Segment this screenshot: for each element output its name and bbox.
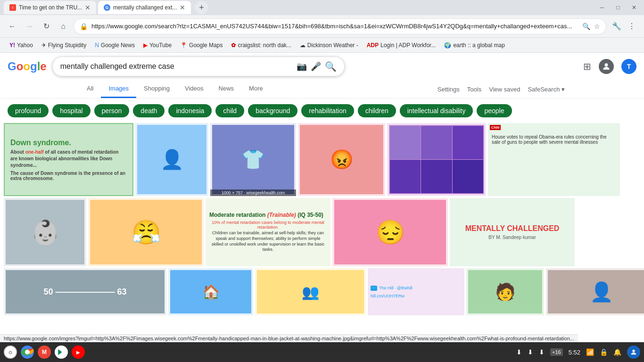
settings-link[interactable]: Settings	[438, 86, 460, 93]
tab1-close[interactable]: ✕	[85, 4, 91, 11]
chip-child[interactable]: child	[215, 104, 244, 117]
image-1[interactable]: Down syndrome. About one-half of all cas…	[4, 123, 133, 196]
craigslist-label: craigslist: north dak...	[238, 42, 291, 49]
home-button[interactable]: ⌂	[57, 20, 70, 33]
image-14[interactable]: 👥	[255, 268, 366, 315]
forward-button[interactable]: →	[23, 20, 36, 33]
google-news-icon: N	[95, 42, 99, 49]
image-11-text: MENTALLY CHALLENGED	[465, 224, 560, 233]
bookmark-yahoo[interactable]: Y! Yahoo	[6, 41, 37, 49]
yahoo-label: Yahoo	[17, 42, 33, 49]
safesearch-toggle[interactable]: SafeSearch ▾	[528, 86, 565, 93]
tab-shopping-label: Shopping	[144, 85, 170, 92]
bookmark-adp[interactable]: ADP Login | ADP Workfor...	[363, 41, 440, 49]
tab2-close[interactable]: ✕	[180, 4, 185, 11]
star-icon[interactable]: ☆	[594, 23, 600, 30]
search-tabs: All Images Shopping Videos News More Set…	[0, 80, 644, 99]
window-controls: ─ □ ✕	[596, 3, 640, 12]
image-10-content: 😔	[332, 198, 448, 266]
image-7[interactable]: 👶	[4, 198, 86, 266]
close-button[interactable]: ✕	[628, 3, 640, 12]
refresh-button[interactable]: ↻	[40, 20, 53, 33]
menu-button[interactable]: ⋮	[625, 20, 638, 33]
tab-images[interactable]: Images	[101, 80, 136, 98]
tab-more[interactable]: More	[241, 80, 271, 98]
view-saved-link[interactable]: View saved	[489, 86, 520, 93]
image-16[interactable]: 🧑	[466, 268, 544, 315]
tab-all[interactable]: All	[79, 80, 101, 98]
minimize-button[interactable]: ─	[596, 3, 608, 12]
search-submit-icon[interactable]: 🔍	[325, 61, 337, 72]
image-9[interactable]: Moderate retardation (Trainable) (IQ 35-…	[206, 198, 330, 266]
image-12-content: 50 ——————— 63	[4, 268, 166, 315]
image-4[interactable]: 😡	[298, 123, 385, 196]
chip-people[interactable]: people	[477, 104, 512, 117]
notifications-badge[interactable]: +16	[550, 348, 563, 356]
svg-point-0	[605, 63, 608, 66]
bookmark-earth[interactable]: 🌍 earth :: a global map	[440, 41, 508, 49]
chip-hospital[interactable]: hospital	[52, 104, 90, 117]
chip-rehabilitation[interactable]: rehabilitation	[301, 104, 354, 117]
tab-videos[interactable]: Videos	[177, 80, 211, 98]
account-circle-icon[interactable]	[599, 59, 614, 74]
image-15[interactable]: 🐦 The Hill · @thehill hill.cm/UOH7ERw	[368, 268, 464, 315]
tab-news[interactable]: News	[211, 80, 242, 98]
user-avatar[interactable]: T	[621, 59, 636, 74]
bookmark-flying-stupidity[interactable]: ✈ Flying Stupidity	[38, 41, 90, 49]
image-13[interactable]: 🏠	[168, 268, 253, 315]
chip-person[interactable]: person	[94, 104, 130, 117]
image-10[interactable]: 😔	[332, 198, 448, 266]
mic-icon[interactable]: 🎤	[311, 61, 321, 72]
tools-link[interactable]: Tools	[467, 86, 481, 93]
youtube-taskbar-icon[interactable]: ▶	[72, 346, 85, 359]
search-box[interactable]: 📷 🎤 🔍	[52, 57, 345, 76]
addressbar-actions: 🔧 ⋮	[610, 20, 638, 33]
chrome-icon[interactable]	[21, 346, 34, 359]
tab-1[interactable]: ! Time to get on the TRU... ✕	[4, 1, 96, 14]
power-button[interactable]: ○	[4, 346, 17, 359]
tab-shopping[interactable]: Shopping	[136, 80, 177, 98]
image-5[interactable]	[387, 123, 486, 196]
camera-icon[interactable]: 📷	[297, 61, 307, 72]
flying-stupidity-icon: ✈	[41, 42, 46, 49]
tab-2[interactable]: G mentally challanged ext... ✕	[98, 1, 191, 14]
gmail-icon[interactable]: M	[38, 346, 51, 359]
chip-profound[interactable]: profound	[8, 104, 49, 117]
bookmark-craigslist[interactable]: ✿ craigslist: north dak...	[227, 41, 295, 49]
url-bar[interactable]: 🔒 https://www.google.com/search?rlz=1CAS…	[74, 18, 606, 34]
earth-label: earth :: a global map	[453, 42, 504, 49]
chip-intellectual-disability[interactable]: intellectual disability	[400, 104, 473, 117]
apps-grid-icon[interactable]: ⊞	[583, 61, 591, 72]
search-input[interactable]	[60, 62, 293, 71]
chip-death[interactable]: death	[133, 104, 165, 117]
image-2[interactable]: 👤	[135, 123, 208, 196]
chip-children[interactable]: children	[358, 104, 396, 117]
tab2-favicon: G	[104, 4, 110, 11]
maximize-button[interactable]: □	[612, 3, 624, 12]
image-6[interactable]: CNN House votes to repeal Obama-era rule…	[488, 123, 620, 196]
bookmark-google-news[interactable]: N Google News	[91, 41, 139, 49]
user-taskbar-icon[interactable]	[627, 346, 640, 359]
logo-g1: G	[8, 60, 17, 73]
chip-indonesia[interactable]: indonesia	[168, 104, 212, 117]
image-4-content: 😡	[298, 123, 385, 196]
image-12[interactable]: 50 ——————— 63	[4, 268, 166, 315]
play-store-icon[interactable]	[55, 346, 68, 359]
extension-icon[interactable]: 🔧	[610, 20, 623, 33]
new-tab-button[interactable]: +	[195, 1, 208, 14]
google-header: G o o g l e 📷 🎤 🔍 ⊞ T	[0, 53, 644, 80]
bookmark-youtube[interactable]: ▶ YouTube	[140, 41, 175, 49]
image-17[interactable]: 👤	[546, 268, 644, 315]
image-3[interactable]: 👕 1000 × 757 · wisegeekhealth.com	[210, 123, 296, 196]
image-11[interactable]: MENTALLY CHALLENGED BY M. Sandeep kumar	[450, 198, 575, 266]
logo-o1: o	[17, 60, 24, 73]
taskbar-right: ⬇ ⬇ ⬇ +16 5:52 📶 🔒 🔔	[516, 346, 640, 359]
bookmark-google-maps[interactable]: 📍 Google Maps	[176, 41, 226, 49]
bookmark-dickinson-weather[interactable]: ☁ Dickinson Weather -	[296, 41, 362, 49]
chip-background[interactable]: background	[248, 104, 297, 117]
back-button[interactable]: ←	[6, 20, 19, 33]
logo-e: e	[40, 60, 46, 73]
dickinson-weather-label: Dickinson Weather -	[307, 42, 358, 49]
image-8[interactable]: 😤	[88, 198, 204, 266]
image-16-content: 🧑	[466, 268, 544, 315]
